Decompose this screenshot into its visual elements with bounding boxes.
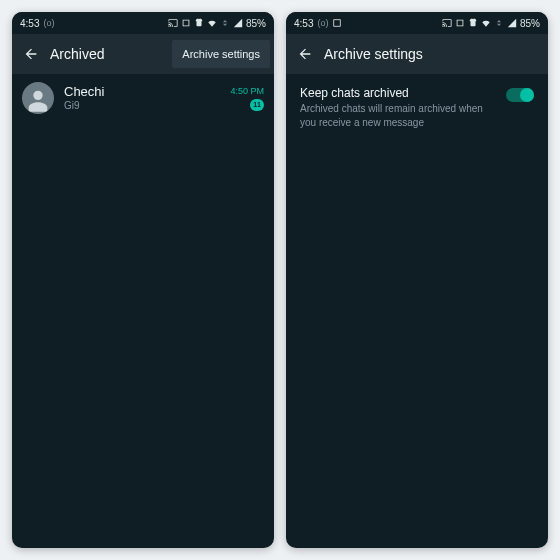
setting-title: Keep chats archived xyxy=(300,86,496,100)
android-icon xyxy=(468,18,478,28)
archive-settings-menu[interactable]: Archive settings xyxy=(172,40,270,68)
signal-icon xyxy=(507,18,517,28)
appbar-title: Archived xyxy=(50,46,104,62)
status-extra: (o) xyxy=(43,18,54,28)
screenshot-icon xyxy=(332,18,342,28)
chat-time: 4:50 PM xyxy=(230,86,264,96)
setting-desc: Archived chats will remain archived when… xyxy=(300,102,496,129)
status-battery: 85% xyxy=(246,18,266,29)
arrow-back-icon xyxy=(23,46,39,62)
phone-archived: 4:53 (o) 85% Archived Archive settings xyxy=(12,12,274,548)
data-off-icon xyxy=(220,18,230,28)
keep-archived-row[interactable]: Keep chats archived Archived chats will … xyxy=(286,74,548,141)
status-bar: 4:53 (o) 85% xyxy=(286,12,548,34)
archived-list: Chechi Gi9 4:50 PM 11 xyxy=(12,74,274,548)
status-time: 4:53 xyxy=(294,18,313,29)
android-icon xyxy=(194,18,204,28)
back-button[interactable] xyxy=(12,34,50,74)
switch-thumb xyxy=(520,88,534,102)
nfc-icon xyxy=(181,18,191,28)
cast-icon xyxy=(168,18,178,28)
settings-list: Keep chats archived Archived chats will … xyxy=(286,74,548,548)
status-extra: (o) xyxy=(317,18,328,28)
back-button[interactable] xyxy=(286,34,324,74)
data-off-icon xyxy=(494,18,504,28)
status-bar: 4:53 (o) 85% xyxy=(12,12,274,34)
status-battery: 85% xyxy=(520,18,540,29)
arrow-back-icon xyxy=(297,46,313,62)
phone-archive-settings: 4:53 (o) 85% Archive settings Keep chats… xyxy=(286,12,548,548)
chat-name: Chechi xyxy=(64,84,220,100)
keep-archived-toggle[interactable] xyxy=(506,88,534,102)
avatar xyxy=(22,82,54,114)
chat-row[interactable]: Chechi Gi9 4:50 PM 11 xyxy=(12,74,274,122)
person-icon xyxy=(24,86,52,114)
appbar: Archived Archive settings xyxy=(12,34,274,74)
cast-icon xyxy=(442,18,452,28)
appbar-title: Archive settings xyxy=(324,46,423,62)
wifi-icon xyxy=(481,18,491,28)
unread-badge: 11 xyxy=(250,99,264,111)
appbar: Archive settings xyxy=(286,34,548,74)
status-time: 4:53 xyxy=(20,18,39,29)
nfc-icon xyxy=(455,18,465,28)
signal-icon xyxy=(233,18,243,28)
chat-preview: Gi9 xyxy=(64,100,220,112)
wifi-icon xyxy=(207,18,217,28)
